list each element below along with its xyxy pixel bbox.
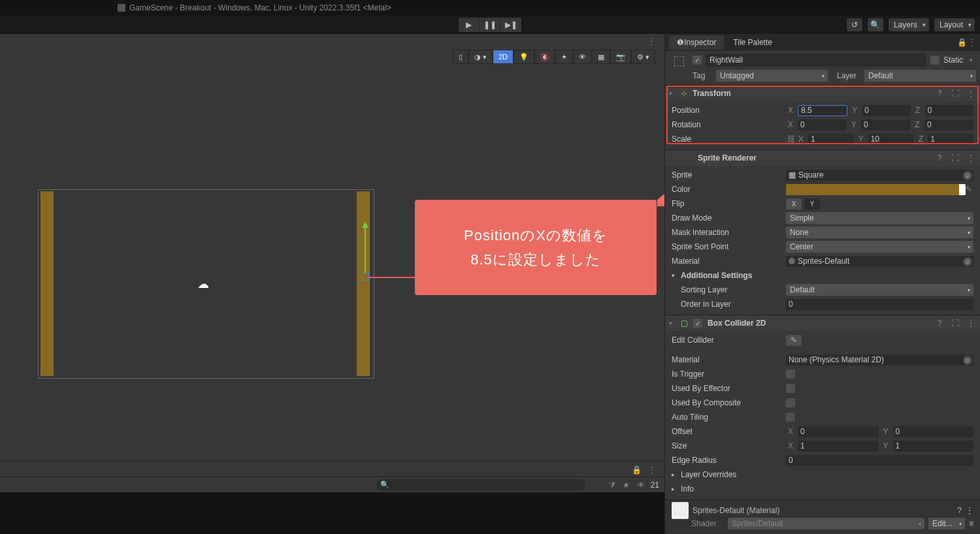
- edge-radius-input[interactable]: 0: [786, 455, 973, 466]
- undo-history-icon[interactable]: ↺: [847, 18, 862, 31]
- sprite-sort-point-dropdown[interactable]: Center: [786, 241, 973, 253]
- tab-inspector[interactable]: ❶ Inspector: [669, 35, 724, 50]
- layers-icon[interactable]: ▦: [592, 50, 610, 64]
- shade-dropdown[interactable]: ◑ ▾: [468, 50, 493, 64]
- size-x-input[interactable]: 1: [798, 441, 879, 452]
- position-z-input[interactable]: 0: [925, 105, 973, 116]
- hidden-icon[interactable]: 👁: [635, 479, 647, 491]
- offset-y-input[interactable]: 0: [893, 426, 974, 437]
- favorite-icon[interactable]: ★: [621, 479, 632, 491]
- help-icon[interactable]: ?: [934, 89, 945, 98]
- kebab-icon[interactable]: ⋮: [968, 38, 976, 47]
- left-wall-sprite[interactable]: [41, 191, 54, 376]
- draw-mode-dropdown[interactable]: Simple: [786, 212, 973, 224]
- layer-overrides-foldout[interactable]: ▸Layer Overrides: [672, 468, 973, 481]
- gameobject-icon[interactable]: ⬚: [669, 50, 689, 70]
- foldout-icon[interactable]: ▾: [669, 320, 676, 326]
- lock-icon[interactable]: 🔒: [957, 38, 967, 47]
- auto-tiling-checkbox[interactable]: [786, 413, 795, 422]
- play-button[interactable]: ▶: [459, 18, 480, 32]
- visibility-icon[interactable]: 👁: [573, 50, 592, 64]
- help-icon[interactable]: ?: [957, 506, 962, 515]
- gizmo-dropdown[interactable]: ⚙ ▾: [631, 50, 655, 64]
- color-field[interactable]: [786, 184, 966, 195]
- info-foldout[interactable]: ▸Info: [672, 482, 973, 495]
- pause-button[interactable]: ❚❚: [480, 18, 500, 32]
- order-in-layer-input[interactable]: 0: [786, 299, 973, 310]
- collider-enabled-checkbox[interactable]: ✓: [693, 319, 702, 328]
- mask-interaction-dropdown[interactable]: None: [786, 227, 973, 238]
- collider-material-label: Material: [672, 355, 786, 364]
- material-field[interactable]: Sprites-Default⊙: [786, 256, 973, 267]
- is-trigger-checkbox[interactable]: [786, 369, 795, 379]
- edit-collider-button[interactable]: ✎: [786, 335, 802, 346]
- additional-settings-foldout[interactable]: ▾Additional Settings: [672, 269, 973, 282]
- flip-y-toggle[interactable]: Y: [804, 198, 820, 210]
- edit-collider-label: Edit Collider: [672, 336, 786, 345]
- sprite-sort-point-label: Sprite Sort Point: [672, 242, 786, 251]
- filter-icon[interactable]: ⧩: [606, 479, 618, 491]
- foldout-icon[interactable]: ▾: [669, 90, 676, 97]
- flip-x-toggle[interactable]: X: [786, 198, 802, 210]
- tag-dropdown[interactable]: Untagged: [716, 70, 828, 82]
- camera-gizmo-icon[interactable]: ☁: [197, 277, 209, 291]
- collider-material-field[interactable]: None (Physics Material 2D)⊙: [786, 354, 973, 366]
- used-by-effector-checkbox[interactable]: [786, 384, 795, 393]
- active-checkbox[interactable]: ✓: [693, 55, 702, 65]
- scale-z-input[interactable]: 1: [928, 134, 973, 145]
- sprite-field[interactable]: ▦Square⊙: [786, 170, 973, 181]
- constrain-link-icon[interactable]: ⛓: [786, 134, 796, 144]
- camera-icon[interactable]: 📷: [610, 50, 631, 64]
- fx-icon[interactable]: ✦: [555, 50, 573, 64]
- audio-icon[interactable]: 🔇: [534, 50, 555, 64]
- lower-pane-header: 🔒 ⋮: [0, 461, 664, 477]
- sorting-layer-dropdown[interactable]: Default: [786, 284, 973, 296]
- scene-more-icon[interactable]: ⋮: [647, 37, 655, 46]
- kebab-icon[interactable]: ⋮: [966, 153, 976, 163]
- kebab-icon[interactable]: ⋮: [966, 319, 976, 328]
- preset-icon[interactable]: ⛶: [950, 153, 960, 163]
- tab-tile-palette[interactable]: Tile Palette: [725, 35, 780, 50]
- scale-x-input[interactable]: 1: [808, 134, 854, 145]
- rotation-z-input[interactable]: 0: [924, 119, 973, 131]
- rotation-y-input[interactable]: 0: [861, 119, 910, 131]
- used-by-composite-checkbox[interactable]: [786, 398, 795, 407]
- help-icon[interactable]: ?: [934, 153, 945, 163]
- layers-dropdown[interactable]: Layers: [889, 18, 929, 31]
- scene-view[interactable]: ⋮ ▯ ◑ ▾ 2D 💡 🔇 ✦ 👁 ▦ 📷 ⚙ ▾ ☁ PositionのX: [0, 34, 664, 461]
- preset-icon[interactable]: ⛶: [950, 319, 960, 328]
- kebab-icon[interactable]: ⋮: [966, 506, 973, 515]
- shader-dropdown[interactable]: Sprites/Default: [728, 518, 924, 529]
- static-dropdown-icon[interactable]: ▾: [970, 57, 976, 63]
- project-search-input[interactable]: 🔍: [376, 479, 585, 491]
- menu-icon[interactable]: ⋮: [646, 464, 658, 476]
- layout-dropdown[interactable]: Layout: [934, 18, 975, 31]
- light-icon[interactable]: 💡: [514, 50, 534, 64]
- edit-shader-button[interactable]: Edit...: [928, 518, 965, 529]
- draw-mode-label: Draw Mode: [672, 213, 786, 223]
- position-x-input[interactable]: 8.5: [798, 105, 847, 116]
- step-button[interactable]: ▶❚: [500, 18, 521, 32]
- position-y-input[interactable]: 0: [862, 105, 910, 116]
- scene-toolbar: ▯ ◑ ▾ 2D 💡 🔇 ✦ 👁 ▦ 📷 ⚙ ▾: [453, 50, 655, 64]
- scale-y-input[interactable]: 10: [868, 134, 914, 145]
- gizmo-y-axis[interactable]: [365, 223, 366, 273]
- gizmo-center[interactable]: [361, 273, 369, 281]
- eyedropper-icon[interactable]: ✎: [966, 185, 973, 194]
- 2d-toggle[interactable]: 2D: [493, 50, 514, 64]
- pivot-button[interactable]: ▯: [453, 50, 468, 64]
- layer-dropdown[interactable]: Default: [864, 70, 976, 82]
- static-checkbox[interactable]: [930, 55, 939, 65]
- lock-icon[interactable]: 🔒: [630, 464, 642, 476]
- preset-icon[interactable]: ⛶: [950, 89, 960, 98]
- help-icon[interactable]: ?: [934, 319, 945, 328]
- rotation-x-input[interactable]: 0: [798, 119, 847, 131]
- sprite-renderer-component: Sprite Renderer ? ⛶ ⋮ Sprite ▦Square⊙ Co…: [665, 149, 980, 315]
- offset-x-input[interactable]: 0: [798, 426, 879, 437]
- material-preview-icon[interactable]: [672, 502, 689, 519]
- shader-menu-icon[interactable]: ≡: [969, 519, 973, 528]
- kebab-icon[interactable]: ⋮: [966, 89, 976, 98]
- object-name-field[interactable]: RightWall: [706, 54, 926, 67]
- search-icon[interactable]: 🔍: [868, 18, 883, 31]
- size-y-input[interactable]: 1: [893, 441, 974, 452]
